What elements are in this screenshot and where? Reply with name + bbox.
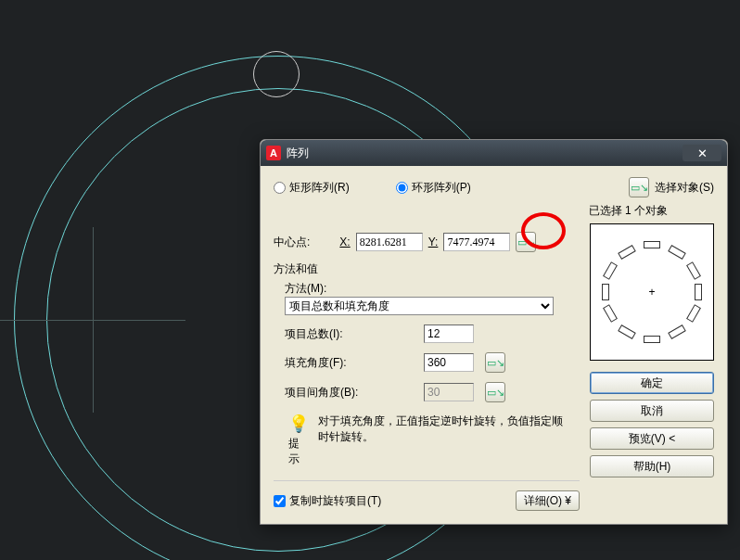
fill-angle-label: 填充角度(F): [285,355,424,371]
pick-item-angle-icon: ▭↘ [487,387,504,399]
dialog-title: 阵列 [287,146,683,161]
polar-preview: + [601,241,703,343]
preview-center-cross: + [648,286,655,299]
help-button[interactable]: 帮助(H) [590,455,714,477]
array-type-radios: 矩形阵列(R) 环形阵列(P) [274,180,623,196]
pick-center-button[interactable]: ▭↘ [516,232,536,252]
array-dialog: A 阵列 ✕ 矩形阵列(R) 环形阵列(P) ▭↘ [260,139,728,525]
polar-array-radio-input[interactable] [396,182,408,194]
rect-array-radio[interactable]: 矩形阵列(R) [274,180,350,196]
hint-label: 提示 [288,436,309,467]
item-angle-input [424,383,474,401]
rotate-copy-checkbox[interactable]: 复制时旋转项目(T) [274,493,381,509]
polar-array-radio[interactable]: 环形阵列(P) [396,180,471,196]
close-icon: ✕ [697,146,708,160]
pick-fill-angle-button[interactable]: ▭↘ [485,352,505,373]
close-button[interactable]: ✕ [683,145,721,161]
method-select[interactable]: 项目总数和填充角度 [285,297,554,315]
dialog-body: 矩形阵列(R) 环形阵列(P) ▭↘ 选择对象(S) 已选择 1 个对象 中心点… [261,166,727,524]
selected-status: 已选择 1 个对象 [274,203,714,219]
polar-array-label: 环形阵列(P) [412,180,471,196]
select-objects-icon: ▭↘ [631,182,648,194]
total-items-label: 项目总数(I): [285,326,424,342]
cancel-button[interactable]: 取消 [590,400,714,422]
dialog-buttons: 确定 取消 预览(V) < 帮助(H) [590,372,714,477]
select-objects-button[interactable]: ▭↘ [629,177,649,197]
hint-text: 对于填充角度，正值指定逆时针旋转，负值指定顺时针旋转。 [318,414,570,445]
pick-fill-angle-icon: ▭↘ [487,357,504,369]
preview-button[interactable]: 预览(V) < [590,427,714,450]
fill-angle-input[interactable] [424,353,474,372]
rect-array-radio-input[interactable] [274,182,286,194]
preview-box: + [590,223,714,361]
ok-button[interactable]: 确定 [590,372,714,394]
chevron-down-icon: ¥ [565,494,571,507]
app-icon: A [266,146,281,160]
rotate-copy-checkbox-input[interactable] [274,495,286,507]
crosshair-vertical [93,227,94,413]
small-circle [253,51,300,97]
titlebar[interactable]: A 阵列 ✕ [261,140,727,166]
rotate-copy-label: 复制时旋转项目(T) [289,493,381,509]
total-items-input[interactable] [424,325,474,343]
select-objects-label: 选择对象(S) [655,180,714,196]
pick-center-icon: ▭↘ [517,236,535,248]
rect-array-label: 矩形阵列(R) [289,180,350,196]
item-angle-label: 项目间角度(B): [285,385,424,401]
hint-row: 💡 提示 对于填充角度，正值指定逆时针旋转，负值指定顺时针旋转。 [274,414,570,467]
y-label: Y: [428,235,439,248]
pick-item-angle-button[interactable]: ▭↘ [485,382,505,402]
details-button[interactable]: 详细(O) ¥ [516,490,580,511]
bulb-icon: 💡 [288,414,309,434]
x-input[interactable] [356,233,423,251]
y-input[interactable] [443,233,510,251]
x-label: X: [339,235,350,248]
center-point-label: 中心点: [274,235,310,250]
